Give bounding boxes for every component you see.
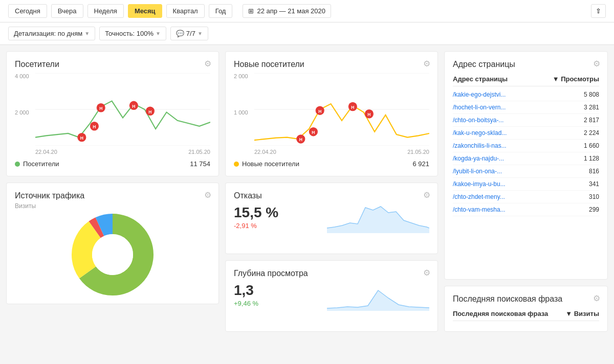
svg-text:Н: Н: [99, 106, 102, 111]
addr-col-views-header: ▼ Просмотры: [553, 75, 599, 83]
new-visitors-card: ⚙ Новые посетители 2 000 1 000 Н: [225, 51, 438, 176]
visitors-legend: Посетители 11 754: [15, 160, 210, 168]
new-visitors-gear-icon[interactable]: ⚙: [423, 59, 430, 69]
detail-filter[interactable]: Детализация: по дням ▼: [8, 27, 95, 40]
segments-label: 7/7: [186, 30, 195, 37]
visitors-x-end: 21.05.20: [188, 149, 210, 155]
table-row: /kakie-ego-dejstvi... 5 808: [453, 88, 599, 101]
dashboard-grid: ⚙ Посетители 4 000 2 000 Н: [0, 45, 614, 338]
addr-url-4[interactable]: /zakonchilis-li-nas...: [453, 142, 507, 149]
nv-legend-label: Новые посетители: [242, 160, 299, 168]
accuracy-label: Точность: 100%: [105, 30, 154, 37]
visitors-y-labels: 4 000 2 000: [15, 73, 29, 155]
visitors-title: Посетители: [15, 60, 210, 69]
addr-count-6: 816: [589, 168, 599, 175]
svg-text:Н: Н: [351, 105, 354, 110]
nv-x-start: 22.04.20: [254, 149, 276, 155]
traffic-title: Источник трафика: [15, 191, 210, 200]
table-row: /hochet-li-on-vern... 3 281: [453, 101, 599, 114]
addr-url-1[interactable]: /hochet-li-on-vern...: [453, 104, 506, 111]
visitors-x-start: 22.04.20: [35, 149, 57, 155]
svg-point-17: [92, 234, 133, 275]
addr-count-0: 5 808: [584, 91, 599, 98]
period-today[interactable]: Сегодня: [8, 4, 47, 18]
table-row: /chto-on-boitsya-... 2 817: [453, 114, 599, 127]
visitors-x-labels: 22.04.20 21.05.20: [35, 149, 210, 155]
svg-text:Н: Н: [148, 109, 151, 115]
right-column: ⚙ Адрес страницы Адрес страницы ▼ Просмо…: [444, 51, 608, 332]
donut-chart-wrap: [15, 214, 210, 295]
visitors-legend-label: Посетители: [23, 160, 59, 168]
period-quarter[interactable]: Квартал: [166, 4, 205, 18]
left-column: ⚙ Посетители 4 000 2 000 Н: [6, 51, 219, 332]
address-gear-icon[interactable]: ⚙: [593, 59, 600, 69]
svg-text:Н: Н: [299, 137, 302, 142]
addr-count-4: 1 660: [584, 142, 599, 149]
address-title: Адрес страницы: [453, 60, 599, 69]
last-search-title: Последняя поисковая фраза: [453, 294, 599, 304]
addr-url-9[interactable]: /chto-vam-mesha...: [453, 206, 506, 213]
last-search-card: ⚙ Последняя поисковая фраза Последняя по…: [444, 286, 608, 332]
addr-url-7[interactable]: /kakoe-imya-u-bu...: [453, 180, 506, 188]
nv-legend-value: 6 921: [412, 160, 429, 168]
visitors-legend-dot: [15, 162, 20, 167]
new-visitors-chart-svg-wrap: Н Н Н Н Н: [254, 73, 429, 146]
traffic-card: ⚙ Источник трафика Визиты: [6, 183, 219, 304]
period-month[interactable]: Месяц: [128, 4, 162, 18]
mid-column: ⚙ Новые посетители 2 000 1 000 Н: [225, 51, 438, 332]
accuracy-arrow-icon: ▼: [156, 31, 161, 36]
nv-y-mid: 1 000: [234, 109, 248, 116]
visitors-chart-svg-wrap: Н Н Н Н Н: [35, 73, 210, 146]
visitors-y-top: 4 000: [15, 73, 29, 79]
visitors-legend-value: 11 754: [190, 160, 210, 168]
traffic-gear-icon[interactable]: ⚙: [204, 190, 211, 200]
accuracy-filter[interactable]: Точность: 100% ▼: [99, 27, 166, 40]
period-week[interactable]: Неделя: [87, 4, 124, 18]
visitors-gear-icon[interactable]: ⚙: [204, 59, 211, 69]
visitors-y-mid: 2 000: [15, 109, 29, 116]
detail-arrow-icon: ▼: [84, 31, 90, 36]
addr-count-5: 1 128: [584, 155, 599, 162]
addr-count-2: 2 817: [584, 117, 599, 124]
table-row: /chto-vam-mesha... 299: [453, 203, 599, 216]
table-row: /zakonchilis-li-nas... 1 660: [453, 140, 599, 152]
addr-url-6[interactable]: /lyubit-li-on-ona-...: [453, 168, 502, 175]
nv-legend-dot: [234, 162, 239, 167]
date-range-picker[interactable]: ⊞ 22 апр — 21 мая 2020: [243, 4, 331, 18]
addr-col-url-header: Адрес страницы: [453, 75, 508, 83]
svg-text:Н: Н: [93, 124, 96, 129]
table-row: /kakoe-imya-u-bu... 341: [453, 178, 599, 191]
export-icon: ⇧: [596, 7, 601, 15]
otkazy-mini-chart: [327, 192, 429, 233]
new-visitors-x-labels: 22.04.20 21.05.20: [254, 149, 429, 155]
last-search-table-header: Последняя поисковая фраза ▼ Визиты: [453, 306, 599, 321]
new-visitors-title: Новые посетители: [234, 60, 429, 69]
addr-count-7: 341: [589, 180, 599, 188]
addr-url-3[interactable]: /kak-u-nego-sklad...: [453, 129, 507, 136]
addr-url-8[interactable]: /chto-zhdet-meny...: [453, 193, 505, 200]
donut-chart: [67, 209, 159, 301]
depth-mini-chart: [327, 270, 429, 311]
export-button[interactable]: ⇧: [591, 4, 606, 18]
address-table-body: /kakie-ego-dejstvi... 5 808 /hochet-li-o…: [453, 88, 599, 216]
svg-text:Н: Н: [132, 104, 135, 109]
addr-count-3: 2 224: [584, 129, 599, 136]
addr-count-9: 299: [589, 206, 599, 213]
nv-x-end: 21.05.20: [407, 149, 429, 155]
ls-col-phrase-header: Последняя поисковая фраза: [453, 310, 548, 317]
detail-label: Детализация: по дням: [14, 30, 82, 37]
visitors-card: ⚙ Посетители 4 000 2 000 Н: [6, 51, 219, 176]
visitors-chart-area: 4 000 2 000 Н Н: [15, 73, 210, 155]
new-visitors-legend: Новые посетители 6 921: [234, 160, 429, 168]
period-year[interactable]: Год: [209, 4, 233, 18]
addr-url-0[interactable]: /kakie-ego-dejstvi...: [453, 91, 506, 98]
addr-count-8: 310: [589, 193, 599, 200]
addr-url-2[interactable]: /chto-on-boitsya-...: [453, 117, 503, 124]
new-visitors-y-labels: 2 000 1 000: [234, 73, 248, 155]
svg-text:Н: Н: [312, 130, 315, 135]
segments-filter[interactable]: 💬 7/7 ▼: [170, 27, 208, 40]
last-search-gear-icon[interactable]: ⚙: [593, 293, 600, 303]
period-yesterday[interactable]: Вчера: [51, 4, 83, 18]
addr-url-5[interactable]: /kogda-ya-najdu-...: [453, 155, 504, 162]
table-row: /lyubit-li-on-ona-... 816: [453, 165, 599, 178]
